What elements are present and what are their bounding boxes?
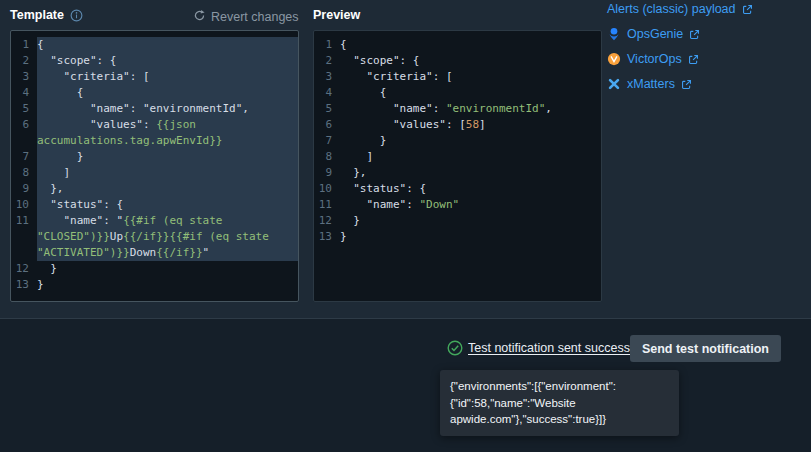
code-line: 12 }: [314, 213, 601, 229]
line-number: 6: [314, 117, 340, 133]
line-number: 11: [314, 197, 340, 213]
code-text: "name": "{{#if (eq state "CLOSED")}}Up{{…: [37, 213, 298, 261]
code-line: 9 },: [11, 181, 298, 197]
code-text: },: [37, 181, 298, 197]
victorops-icon: [607, 52, 621, 66]
code-text: }: [37, 149, 298, 165]
webhook-template-page: { "header": { "template_label": "Templat…: [0, 0, 811, 452]
code-text: "name": "Down": [340, 197, 601, 213]
line-number: 6: [11, 117, 37, 149]
code-line: 2 "scope": {: [314, 53, 601, 69]
code-line: 8 ]: [11, 165, 298, 181]
line-number: 4: [11, 85, 37, 101]
code-text: ]: [340, 149, 601, 165]
code-line: 12 }: [11, 261, 298, 277]
line-number: 2: [314, 53, 340, 69]
code-text: "name": "environmentId",: [340, 101, 601, 117]
line-number: 5: [314, 101, 340, 117]
code-line: 7 }: [11, 149, 298, 165]
code-line: 13}: [11, 277, 298, 293]
line-number: 13: [314, 229, 340, 245]
line-number: 1: [11, 37, 37, 53]
code-text: },: [340, 165, 601, 181]
line-number: 2: [11, 53, 37, 69]
code-line: 2 "scope": {: [11, 53, 298, 69]
line-number: 12: [11, 261, 37, 277]
revert-label: Revert changes: [211, 10, 299, 24]
line-number: 13: [11, 277, 37, 293]
preview-header: Preview: [313, 8, 360, 22]
code-text: }: [37, 277, 298, 293]
line-number: 8: [11, 165, 37, 181]
line-number: 11: [11, 213, 37, 261]
code-text: {: [37, 37, 298, 53]
link-victorops[interactable]: VictorOps: [607, 52, 753, 66]
link-xmatters[interactable]: xMatters: [607, 77, 753, 91]
line-number: 10: [11, 197, 37, 213]
code-line: 6 "values": {{json accumulations.tag.apw…: [11, 117, 298, 149]
code-text: {: [37, 85, 298, 101]
code-line: 6 "values": [58]: [314, 117, 601, 133]
line-number: 5: [11, 101, 37, 117]
line-number: 9: [11, 181, 37, 197]
line-number: 9: [314, 165, 340, 181]
code-text: }: [340, 229, 601, 245]
template-label: Template: [10, 8, 64, 22]
code-text: }: [340, 133, 601, 149]
code-text: }: [37, 261, 298, 277]
code-line: 10 "status": {: [314, 181, 601, 197]
line-number: 7: [314, 133, 340, 149]
code-text: "criteria": [: [340, 69, 601, 85]
code-line: 3 "criteria": [: [11, 69, 298, 85]
revert-changes-button[interactable]: Revert changes: [193, 9, 299, 25]
link-label: Alerts (classic) payload: [607, 2, 736, 16]
template-editor[interactable]: 1{2 "scope": {3 "criteria": [4 {5 "name"…: [10, 30, 299, 302]
template-header: Template: [10, 8, 83, 22]
send-test-notification-button[interactable]: Send test notification: [630, 335, 781, 362]
external-link-icon: [689, 29, 700, 40]
line-number: 4: [314, 85, 340, 101]
line-number: 8: [314, 149, 340, 165]
code-line: 9 },: [314, 165, 601, 181]
xmatters-icon: [607, 77, 621, 91]
code-line: 4 {: [314, 85, 601, 101]
code-line: 1{: [314, 37, 601, 53]
code-line: 5 "name": "environmentId",: [314, 101, 601, 117]
code-text: "scope": {: [37, 53, 298, 69]
test-response-tooltip: {"environments":[{"environment": {"id":5…: [440, 370, 679, 436]
docs-links: Alerts (classic) payload OpsGenie Victor…: [607, 2, 753, 91]
code-line: 10 "status": {: [11, 197, 298, 213]
line-number: 3: [314, 69, 340, 85]
code-line: 8 ]: [314, 149, 601, 165]
link-label: OpsGenie: [627, 27, 683, 41]
code-text: {: [340, 85, 601, 101]
revert-icon: [193, 9, 206, 25]
external-link-icon: [742, 4, 753, 15]
code-text: "status": {: [340, 181, 601, 197]
code-text: ]: [37, 165, 298, 181]
info-icon[interactable]: [70, 9, 83, 22]
code-line: 5 "name": "environmentId",: [11, 101, 298, 117]
link-label: VictorOps: [627, 52, 682, 66]
code-line: 11 "name": "{{#if (eq state "CLOSED")}}U…: [11, 213, 298, 261]
code-text: "status": {: [37, 197, 298, 213]
code-line: 7 }: [314, 133, 601, 149]
link-label: xMatters: [627, 77, 675, 91]
code-text: {: [340, 37, 601, 53]
code-text: "criteria": [: [37, 69, 298, 85]
link-alerts-classic-payload[interactable]: Alerts (classic) payload: [607, 2, 753, 16]
code-line: 4 {: [11, 85, 298, 101]
line-number: 10: [314, 181, 340, 197]
code-line: 13}: [314, 229, 601, 245]
code-text: }: [340, 213, 601, 229]
external-link-icon: [681, 79, 692, 90]
link-opsgenie[interactable]: OpsGenie: [607, 27, 753, 41]
code-text: "values": {{json accumulations.tag.apwEn…: [37, 117, 298, 149]
code-line: 1{: [11, 37, 298, 53]
success-check-icon: [447, 340, 463, 360]
line-number: 12: [314, 213, 340, 229]
line-number: 7: [11, 149, 37, 165]
code-text: "values": [58]: [340, 117, 601, 133]
code-line: 11 "name": "Down": [314, 197, 601, 213]
code-line: 3 "criteria": [: [314, 69, 601, 85]
